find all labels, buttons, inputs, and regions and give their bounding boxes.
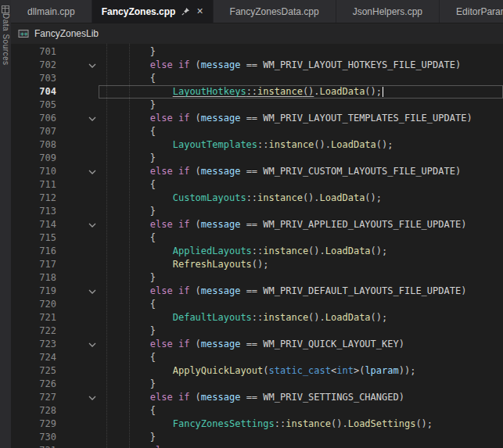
code-line-712[interactable]: 712 CustomLayouts::instance().LoadData()…	[11, 192, 503, 205]
breakpoint-margin[interactable]	[56, 431, 86, 444]
project-selector[interactable]: FancyZonesLib	[34, 28, 99, 39]
svg-text:++: ++	[20, 30, 28, 38]
breakpoint-margin[interactable]	[56, 178, 86, 192]
code-line-704[interactable]: 704 LayoutHotkeys::instance().LoadData()…	[11, 85, 503, 99]
breakpoint-margin[interactable]	[56, 85, 86, 99]
breakpoint-margin[interactable]	[56, 72, 86, 85]
code-line-729[interactable]: 729 FancyZonesSettings::instance().LoadS…	[11, 418, 503, 431]
breakpoint-margin[interactable]	[56, 125, 86, 138]
fold-chevron-icon[interactable]	[86, 444, 99, 448]
code-text: else if (message == WM_PRIV_QUICK_LAYOUT…	[99, 338, 503, 351]
code-line-719[interactable]: 719 else if (message == WM_PRIV_DEFAULT_…	[11, 285, 503, 298]
document-tab-jsonhelpers-cpp[interactable]: JsonHelpers.cpp	[336, 0, 440, 23]
breakpoint-margin[interactable]	[56, 298, 86, 311]
code-line-718[interactable]: 718 }	[11, 271, 503, 285]
fold-spacer	[86, 404, 99, 418]
line-number: 731	[11, 444, 56, 448]
code-line-715[interactable]: 715 {	[11, 231, 503, 245]
code-editor[interactable]: 701 }702 else if (message == WM_PRIV_LAY…	[11, 44, 503, 448]
code-line-714[interactable]: 714 else if (message == WM_PRIV_APPLIED_…	[11, 218, 503, 231]
pin-icon[interactable]	[181, 7, 190, 16]
code-text: LayoutHotkeys::instance().LoadData();	[99, 85, 503, 99]
breakpoint-margin[interactable]	[56, 338, 86, 351]
breakpoint-margin[interactable]	[56, 404, 86, 418]
breakpoint-margin[interactable]	[56, 444, 86, 448]
code-text: AppliedLayouts::instance().LoadData();	[99, 245, 503, 258]
fold-spacer	[86, 45, 99, 59]
fold-chevron-icon[interactable]	[86, 112, 99, 125]
fold-chevron-icon[interactable]	[86, 59, 99, 72]
data-sources-label: Data Sources	[2, 13, 10, 66]
code-line-720[interactable]: 720 {	[11, 298, 503, 311]
code-line-706[interactable]: 706 else if (message == WM_PRIV_LAYOUT_T…	[11, 112, 503, 125]
code-lines: 701 }702 else if (message == WM_PRIV_LAY…	[11, 45, 503, 448]
breakpoint-margin[interactable]	[56, 271, 86, 285]
document-tab-dllmain-cpp[interactable]: dllmain.cpp	[11, 0, 92, 23]
code-line-728[interactable]: 728 {	[11, 404, 503, 418]
fold-spacer	[86, 178, 99, 192]
code-line-723[interactable]: 723 else if (message == WM_PRIV_QUICK_LA…	[11, 338, 503, 351]
breakpoint-margin[interactable]	[56, 205, 86, 218]
code-line-716[interactable]: 716 AppliedLayouts::instance().LoadData(…	[11, 245, 503, 258]
breakpoint-margin[interactable]	[56, 418, 86, 431]
code-line-703[interactable]: 703 {	[11, 72, 503, 85]
code-line-705[interactable]: 705 }	[11, 99, 503, 112]
code-line-707[interactable]: 707 {	[11, 125, 503, 138]
breakpoint-margin[interactable]	[56, 364, 86, 378]
code-line-727[interactable]: 727 else if (message == WM_PRIV_SETTINGS…	[11, 391, 503, 404]
breakpoint-margin[interactable]	[56, 245, 86, 258]
code-line-722[interactable]: 722 }	[11, 324, 503, 338]
breakpoint-margin[interactable]	[56, 311, 86, 324]
code-text: {	[99, 178, 503, 192]
code-text: }	[99, 271, 503, 285]
breakpoint-margin[interactable]	[56, 258, 86, 271]
breakpoint-margin[interactable]	[56, 351, 86, 364]
document-tab-fancyzonesdata-cpp[interactable]: FancyZonesData.cpp	[214, 0, 336, 23]
code-line-725[interactable]: 725 ApplyQuickLayout(static_cast<int>(lp…	[11, 364, 503, 378]
code-line-731[interactable]: 731 else	[11, 444, 503, 448]
breakpoint-margin[interactable]	[56, 324, 86, 338]
breakpoint-margin[interactable]	[56, 218, 86, 231]
fold-spacer	[86, 245, 99, 258]
breakpoint-margin[interactable]	[56, 378, 86, 391]
code-line-721[interactable]: 721 DefaultLayouts::instance().LoadData(…	[11, 311, 503, 324]
code-line-711[interactable]: 711 {	[11, 178, 503, 192]
line-number: 719	[11, 285, 56, 298]
tab-label: FancyZones.cpp	[102, 6, 176, 17]
fold-chevron-icon[interactable]	[86, 285, 99, 298]
breakpoint-margin[interactable]	[56, 192, 86, 205]
fold-chevron-icon[interactable]	[86, 338, 99, 351]
fold-spacer	[86, 138, 99, 152]
breakpoint-margin[interactable]	[56, 152, 86, 165]
breakpoint-margin[interactable]	[56, 112, 86, 125]
line-number: 714	[11, 218, 56, 231]
code-line-730[interactable]: 730 }	[11, 431, 503, 444]
breakpoint-margin[interactable]	[56, 59, 86, 72]
cpp-project-icon: ++	[18, 28, 30, 39]
code-line-710[interactable]: 710 else if (message == WM_PRIV_CUSTOM_L…	[11, 165, 503, 178]
code-line-701[interactable]: 701 }	[11, 45, 503, 59]
line-number: 707	[11, 125, 56, 138]
code-line-708[interactable]: 708 LayoutTemplates::instance().LoadData…	[11, 138, 503, 152]
fold-chevron-icon[interactable]	[86, 218, 99, 231]
breakpoint-margin[interactable]	[56, 231, 86, 245]
data-sources-tool-tab[interactable]: Data Sources	[2, 0, 10, 66]
code-line-724[interactable]: 724 {	[11, 351, 503, 364]
breakpoint-margin[interactable]	[56, 138, 86, 152]
document-tab-editorparameters[interactable]: EditorParameters	[440, 0, 503, 23]
code-line-717[interactable]: 717 RefreshLayouts();	[11, 258, 503, 271]
breakpoint-margin[interactable]	[56, 391, 86, 404]
code-line-709[interactable]: 709 }	[11, 152, 503, 165]
document-tab-fancyzones-cpp[interactable]: FancyZones.cpp×	[92, 0, 214, 23]
fold-chevron-icon[interactable]	[86, 165, 99, 178]
fold-chevron-icon[interactable]	[86, 391, 99, 404]
breakpoint-margin[interactable]	[56, 285, 86, 298]
code-line-726[interactable]: 726 }	[11, 378, 503, 391]
breakpoint-margin[interactable]	[56, 45, 86, 59]
breakpoint-margin[interactable]	[56, 99, 86, 112]
line-number: 705	[11, 99, 56, 112]
code-line-713[interactable]: 713 }	[11, 205, 503, 218]
code-line-702[interactable]: 702 else if (message == WM_PRIV_LAYOUT_H…	[11, 59, 503, 72]
close-icon[interactable]: ×	[196, 7, 203, 16]
breakpoint-margin[interactable]	[56, 165, 86, 178]
